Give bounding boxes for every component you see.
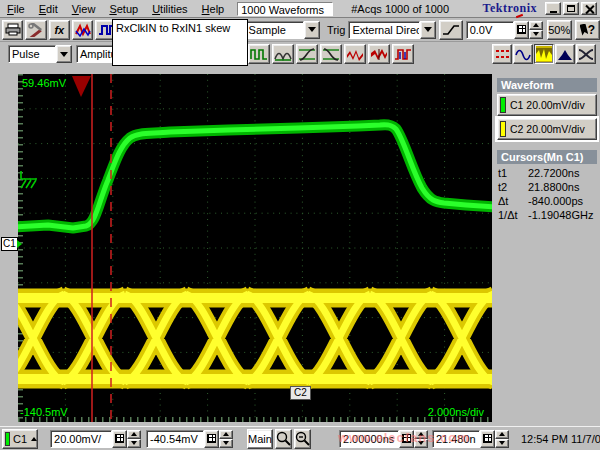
down-arrow-icon [533, 32, 539, 36]
rise-time-measure-button[interactable] [296, 44, 318, 64]
waveform-display-button[interactable] [534, 44, 554, 64]
sine-display-button[interactable] [513, 44, 533, 64]
horizontal-scale-group: 2.00000ns [339, 430, 428, 448]
menu-help[interactable]: Help [195, 1, 232, 16]
h-cursor-bars-icon [495, 48, 510, 60]
minimize-button[interactable] [545, 2, 561, 15]
setup-tools-button[interactable] [25, 20, 46, 40]
chevron-down-icon[interactable] [304, 21, 320, 39]
pulse-stats-button[interactable] [392, 44, 414, 64]
c2-scale-label: C2 20.00mV/div [510, 123, 585, 135]
math-button[interactable]: fx [49, 20, 70, 40]
horizontal-position-field[interactable]: 21.480n [432, 430, 480, 448]
horizontal-scale-field[interactable]: 2.00000ns [339, 430, 399, 448]
up-arrow-icon [533, 23, 539, 27]
cycle-measure-icon [274, 48, 292, 61]
vertical-setup-button[interactable] [72, 20, 93, 40]
keypad-icon [483, 434, 492, 443]
t1-label: t1 [498, 167, 528, 181]
menu-setup[interactable]: Setup [102, 1, 145, 16]
up-arrow-icon [499, 432, 505, 436]
delta-t-value: -840.000ps [528, 195, 596, 209]
chevron-down-icon[interactable] [56, 45, 72, 63]
up-arrow-icon [31, 437, 37, 441]
burst-width-measure-button[interactable] [248, 44, 270, 64]
print-button[interactable] [2, 20, 23, 40]
burst-width-icon [250, 48, 268, 61]
zoom-in-button[interactable] [275, 429, 292, 449]
trigger-slope-button[interactable] [439, 20, 462, 40]
c1-reference-marker[interactable]: C1 [1, 237, 18, 251]
horizontal-mode-button[interactable]: Main [247, 429, 273, 449]
main-toolbar: fx Sample Trig External Direct [0, 18, 600, 42]
up-arrow-icon [418, 432, 424, 436]
close-button[interactable] [581, 2, 597, 15]
menu-edit[interactable]: Edit [32, 1, 65, 16]
datetime-readout: 12:54 PM 11/7/05 [517, 431, 600, 447]
waveform-panel-header: Waveform [497, 78, 597, 92]
keypad-button[interactable] [480, 430, 495, 448]
cursors-panel-header: Cursors(Mn C1) [497, 150, 597, 164]
status-bar: C1 20.00mV/ -40.54mV Main [0, 426, 600, 450]
horizontal-position-stepper[interactable] [495, 430, 509, 448]
trigger-source-select[interactable]: External Direct [348, 21, 436, 39]
graticule: 59.46mV -140.5mV 2.000ns/div C2 [18, 74, 492, 422]
vertical-scale-group: 20.00mV/ [50, 430, 141, 448]
histogram-display-button[interactable] [555, 44, 575, 64]
magnifier-icon [276, 431, 291, 446]
menu-file[interactable]: File [0, 1, 32, 16]
channel-2-button[interactable]: C2 20.00mV/div [497, 118, 597, 140]
sine-display-icon [515, 48, 531, 61]
readout-t1: t1 22.7200ns [498, 167, 596, 181]
down-arrow-icon [131, 441, 137, 445]
vertical-offset-stepper[interactable] [219, 430, 233, 448]
inverse-delta-t-label: 1/Δt [498, 209, 528, 223]
restore-button[interactable] [563, 2, 579, 15]
trigger-level-field[interactable]: 0.0V [466, 21, 514, 39]
vertical-offset-field[interactable]: -40.54mV [146, 430, 204, 448]
readout-inverse-delta-t: 1/Δt -1.19048GHz [498, 209, 596, 223]
rising-slope-icon [442, 24, 460, 36]
channel-select-button[interactable]: C1 [2, 429, 38, 449]
control-panel: Waveform C1 20.00mV/div C2 20.00mV/div C… [494, 66, 600, 426]
chevron-down-icon[interactable] [420, 21, 436, 39]
keypad-button[interactable] [204, 430, 219, 448]
vertical-scale-field[interactable]: 20.00mV/ [50, 430, 112, 448]
cycle-measure-button[interactable] [272, 44, 294, 64]
context-help-button[interactable]: ? [575, 20, 600, 40]
acquisition-mode-select[interactable]: Sample [245, 21, 320, 39]
amplitude-measure-button[interactable] [344, 44, 366, 64]
bottom-voltage-readout: -140.5mV [20, 406, 68, 418]
measurement-tooltip: RxClkIN to RxIN1 skew [112, 19, 248, 66]
waveform-count-readout: 1000 Waveforms [237, 2, 333, 16]
menu-view[interactable]: View [65, 1, 103, 16]
down-arrow-icon [418, 441, 424, 445]
fall-time-measure-button[interactable] [320, 44, 342, 64]
rise-time-icon [298, 48, 316, 61]
magnifier-icon [295, 431, 310, 446]
zoom-out-button[interactable] [294, 429, 311, 449]
keypad-button[interactable] [514, 21, 529, 39]
eye-diagram-button[interactable] [576, 44, 596, 64]
keypad-button[interactable] [112, 430, 127, 448]
down-arrow-icon [223, 441, 229, 445]
channel-1-button[interactable]: C1 20.00mV/div [497, 94, 597, 116]
fifty-percent-label: 50% [548, 24, 570, 36]
measure-category-select[interactable]: Pulse [8, 45, 72, 63]
c2-ground-marker[interactable]: C2 [290, 386, 311, 400]
peak-peak-measure-button[interactable] [368, 44, 390, 64]
vertical-scale-stepper[interactable] [127, 430, 141, 448]
minimize-icon [550, 11, 557, 13]
keypad-button[interactable] [399, 430, 414, 448]
fall-time-icon [322, 48, 340, 61]
h-cursor-bars-button[interactable] [492, 44, 512, 64]
readout-t2: t2 21.8800ns [498, 181, 596, 195]
t2-value: 21.8800ns [528, 181, 596, 195]
horizontal-scale-stepper[interactable] [414, 430, 428, 448]
menu-utilities[interactable]: Utilities [145, 1, 194, 16]
question-mark-icon: ? [588, 23, 595, 37]
acquisitions-readout: #Acqs 1000 of 1000 [351, 3, 449, 15]
trigger-level-stepper[interactable] [529, 21, 543, 39]
keypad-icon [115, 434, 124, 443]
set-50-percent-button[interactable]: 50% [547, 20, 572, 40]
